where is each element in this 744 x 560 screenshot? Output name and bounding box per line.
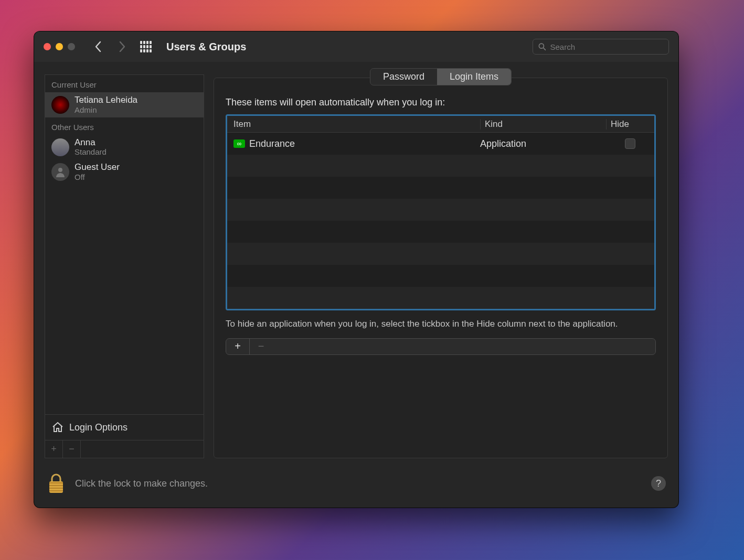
column-item[interactable]: Item (227, 119, 480, 130)
minimize-button[interactable] (56, 43, 63, 50)
titlebar: Users & Groups (34, 31, 678, 62)
users-sidebar: Current User Tetiana Leheida Admin Other… (45, 74, 204, 458)
hide-hint: To hide an application when you log in, … (226, 318, 656, 331)
sidebar-user-guest[interactable]: Guest User Off (45, 159, 204, 185)
login-items-intro: These items will open automatically when… (226, 97, 656, 108)
item-name: Endurance (249, 138, 295, 149)
table-row-empty (227, 199, 654, 221)
back-button[interactable] (89, 37, 108, 56)
svg-rect-6 (49, 488, 63, 489)
add-remove-group: + − (226, 338, 656, 355)
sidebar-footer: + − (45, 440, 204, 458)
login-items-table[interactable]: Item Kind Hide ∞ Endurance Application (226, 114, 656, 310)
person-icon (54, 166, 67, 178)
sidebar-user-current[interactable]: Tetiana Leheida Admin (45, 92, 204, 117)
column-hide[interactable]: Hide (606, 119, 654, 130)
user-name: Guest User (75, 163, 120, 173)
show-all-icon[interactable] (140, 41, 152, 52)
user-role: Admin (75, 105, 137, 114)
help-button[interactable]: ? (651, 476, 666, 491)
current-user-label: Current User (45, 75, 204, 92)
table-row[interactable]: ∞ Endurance Application (227, 133, 654, 155)
close-button[interactable] (44, 43, 51, 50)
search-input[interactable] (550, 42, 663, 51)
item-kind: Application (480, 138, 606, 149)
forward-button (113, 37, 132, 56)
main-panel: Password Login Items These items will op… (214, 74, 668, 458)
lock-text: Click the lock to make changes. (75, 478, 208, 489)
infinity-icon: ∞ (233, 139, 245, 148)
table-row-empty (227, 177, 654, 199)
window-controls (44, 43, 75, 50)
login-options-button[interactable]: Login Options (45, 414, 204, 440)
home-icon (51, 421, 64, 434)
table-row-empty (227, 243, 654, 265)
remove-item-button: − (249, 339, 272, 354)
search-icon (538, 42, 546, 51)
preferences-window: Users & Groups Current User Tetiana Lehe… (34, 31, 679, 508)
tab-login-items[interactable]: Login Items (437, 69, 511, 85)
avatar (51, 138, 69, 156)
tab-bar: Password Login Items (370, 68, 512, 85)
window-title: Users & Groups (166, 41, 246, 53)
tab-password[interactable]: Password (370, 69, 437, 85)
search-field[interactable] (533, 39, 669, 55)
svg-rect-7 (49, 490, 63, 491)
table-row-empty (227, 287, 654, 309)
svg-rect-4 (49, 482, 63, 483)
column-kind[interactable]: Kind (480, 119, 606, 130)
avatar (51, 96, 69, 114)
add-user-button: + (45, 440, 63, 458)
svg-line-1 (544, 48, 546, 50)
sidebar-user-other[interactable]: Anna Standard (45, 135, 204, 160)
table-row-empty (227, 155, 654, 177)
table-row-empty (227, 221, 654, 243)
user-role: Standard (75, 147, 107, 156)
user-name: Tetiana Leheida (75, 95, 137, 105)
svg-rect-5 (49, 485, 63, 486)
table-row-empty (227, 265, 654, 287)
user-name: Anna (75, 138, 107, 148)
lock-bar: Click the lock to make changes. ? (34, 464, 678, 508)
login-options-label: Login Options (69, 422, 127, 433)
other-users-label: Other Users (45, 117, 204, 135)
hide-checkbox[interactable] (625, 138, 635, 149)
table-header: Item Kind Hide (227, 116, 654, 133)
lock-icon[interactable] (47, 473, 66, 494)
zoom-button (68, 43, 75, 50)
user-role: Off (75, 173, 120, 181)
svg-point-2 (58, 168, 62, 172)
remove-user-button: − (63, 440, 81, 458)
add-item-button[interactable]: + (226, 339, 249, 354)
avatar (51, 163, 69, 181)
